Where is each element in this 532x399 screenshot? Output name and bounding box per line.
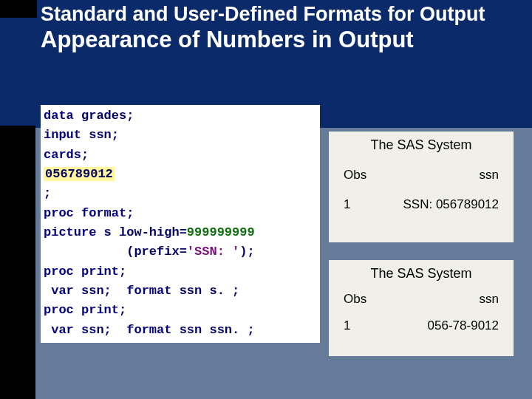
code-line: ; — [44, 184, 317, 203]
code-line: proc print; — [44, 262, 317, 282]
output-title: The SAS System — [329, 132, 514, 153]
slide-title: Appearance of Numbers in Output — [41, 27, 517, 52]
code-line: (prefix='SSN: '); — [44, 242, 317, 262]
code-line: proc format; — [44, 204, 317, 223]
col-obs: Obs — [344, 168, 381, 183]
col-ssn: ssn — [381, 168, 499, 183]
sas-output-2: The SAS System Obs ssn 1 056-78-9012 — [329, 260, 514, 356]
code-line: picture s low-high=999999999 — [44, 223, 317, 242]
code-line: data grades; — [44, 106, 317, 126]
cell-ssn: 056-78-9012 — [381, 318, 499, 333]
sas-code-block: data grades; input ssn; cards; 056789012… — [41, 105, 320, 343]
sas-output-1: The SAS System Obs ssn 1 SSN: 056789012 — [329, 132, 514, 242]
heading-block: Standard and User-Defined Formats for Ou… — [41, 3, 517, 52]
cell-obs: 1 — [344, 318, 381, 333]
output-data-row: 1 056-78-9012 — [329, 318, 514, 333]
code-line: var ssn; format ssn s. ; — [44, 282, 317, 301]
corner-accent — [0, 0, 37, 18]
code-line: input ssn; — [44, 126, 317, 145]
highlighted-value: 056789012 — [44, 167, 115, 181]
slide-supertitle: Standard and User-Defined Formats for Ou… — [41, 3, 517, 26]
slide: Standard and User-Defined Formats for Ou… — [0, 0, 532, 399]
left-accent — [0, 126, 35, 399]
col-ssn: ssn — [381, 292, 499, 307]
code-line: var ssn; format ssn ssn. ; — [44, 321, 317, 340]
output-title: The SAS System — [329, 260, 514, 282]
cell-obs: 1 — [344, 197, 381, 212]
output-data-row: 1 SSN: 056789012 — [329, 197, 514, 212]
code-line: 056789012 — [44, 165, 317, 184]
output-header-row: Obs ssn — [329, 292, 514, 307]
cell-ssn: SSN: 056789012 — [381, 197, 499, 212]
code-line: proc print; — [44, 301, 317, 320]
code-line: cards; — [44, 146, 317, 165]
col-obs: Obs — [344, 292, 381, 307]
output-header-row: Obs ssn — [329, 168, 514, 183]
